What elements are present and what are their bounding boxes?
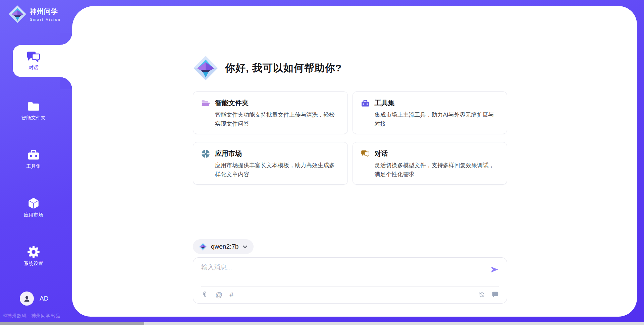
- chevron-down-icon: [242, 244, 248, 250]
- sidebar-item-chat[interactable]: 对话: [13, 45, 72, 77]
- card-smart-folder[interactable]: 智能文件夹 智能文件夹功能支持批量文件上传与清洗，轻松实现文件问答: [193, 91, 348, 134]
- composer: @ #: [193, 257, 507, 304]
- history-icon[interactable]: [478, 291, 485, 298]
- card-toolset[interactable]: 工具集 集成市场上主流工具，助力AI与外界无缝扩展与对接: [353, 91, 507, 134]
- sidebar-item-toolset[interactable]: 工具集: [0, 148, 67, 170]
- folder-icon: [27, 100, 40, 113]
- brand-diamond-icon: [193, 55, 218, 81]
- grid-icon: [201, 149, 210, 158]
- avatar: [20, 291, 34, 306]
- chat-icon: [26, 51, 41, 63]
- cube-icon: [27, 197, 40, 210]
- card-title: 应用市场: [215, 149, 242, 158]
- page-title: 你好, 我可以如何帮助你?: [225, 61, 342, 75]
- paperclip-icon[interactable]: [201, 291, 208, 298]
- chat-icon: [361, 149, 370, 158]
- brand: 神州问学 Smart Vision: [8, 5, 61, 23]
- brand-diamond-icon: [8, 5, 26, 23]
- sidebar: 神州问学 Smart Vision 对话 智能文件夹 工具集 应用市场 系统设置: [0, 0, 72, 325]
- card-app-market[interactable]: 应用市场 应用市场提供丰富长文本模板，助力高效生成多样化文章内容: [193, 142, 348, 185]
- sidebar-item-smart-folder[interactable]: 智能文件夹: [0, 100, 67, 121]
- toolbox-icon: [27, 148, 40, 161]
- composer-toolbar: @ #: [201, 291, 499, 298]
- gear-icon: [27, 246, 40, 258]
- folder-open-icon: [201, 99, 210, 108]
- model-logo-icon: [199, 242, 207, 251]
- model-selector[interactable]: qwen2:7b: [193, 239, 254, 254]
- card-title: 工具集: [375, 99, 395, 108]
- main-panel: 你好, 我可以如何帮助你? 智能文件夹 智能文件夹功能支持批量文件上传与清洗，轻…: [72, 6, 637, 317]
- send-icon[interactable]: [490, 265, 499, 274]
- scrollbar-thumb[interactable]: [0, 322, 144, 325]
- card-desc: 应用市场提供丰富长文本模板，助力高效生成多样化文章内容: [215, 161, 339, 179]
- sidebar-item-app-market[interactable]: 应用市场: [0, 197, 67, 218]
- card-chat[interactable]: 对话 灵活切换多模型文件，支持多样回复效果调试，满足个性化需求: [353, 142, 507, 185]
- hash-icon[interactable]: #: [229, 291, 233, 298]
- chat-bubble-icon[interactable]: [492, 291, 499, 298]
- tab-fillet-top: [60, 33, 72, 45]
- person-icon: [23, 295, 31, 303]
- brand-name: 神州问学: [30, 7, 61, 16]
- message-input[interactable]: [201, 263, 485, 282]
- brand-subtitle: Smart Vision: [30, 17, 61, 21]
- card-title: 对话: [375, 149, 388, 158]
- card-title: 智能文件夹: [215, 99, 249, 108]
- card-desc: 灵活切换多模型文件，支持多样回复效果调试，满足个性化需求: [375, 161, 499, 179]
- user-menu[interactable]: AD: [20, 291, 48, 306]
- sidebar-item-label: 对话: [29, 65, 39, 71]
- sidebar-item-label: 应用市场: [24, 212, 43, 218]
- toolbox-icon: [361, 99, 370, 108]
- composer-divider: [201, 286, 499, 287]
- sidebar-footer: ©神州数码 · 神州问学出品: [3, 313, 60, 319]
- horizontal-scrollbar[interactable]: [0, 322, 644, 325]
- sidebar-item-settings[interactable]: 系统设置: [0, 246, 67, 267]
- mention-icon[interactable]: @: [215, 291, 222, 298]
- greeting-row: 你好, 我可以如何帮助你?: [193, 55, 507, 81]
- main-content: 你好, 我可以如何帮助你? 智能文件夹 智能文件夹功能支持批量文件上传与清洗，轻…: [193, 6, 507, 304]
- model-name: qwen2:7b: [211, 243, 238, 250]
- sidebar-item-label: 工具集: [26, 164, 41, 170]
- tab-fillet-bottom: [60, 77, 72, 89]
- sidebar-item-label: 系统设置: [24, 261, 43, 267]
- card-desc: 智能文件夹功能支持批量文件上传与清洗，轻松实现文件问答: [215, 110, 339, 128]
- feature-cards: 智能文件夹 智能文件夹功能支持批量文件上传与清洗，轻松实现文件问答 工具集 集成…: [193, 91, 507, 185]
- card-desc: 集成市场上主流工具，助力AI与外界无缝扩展与对接: [375, 110, 499, 128]
- sidebar-item-label: 智能文件夹: [21, 115, 46, 121]
- user-name: AD: [40, 295, 48, 302]
